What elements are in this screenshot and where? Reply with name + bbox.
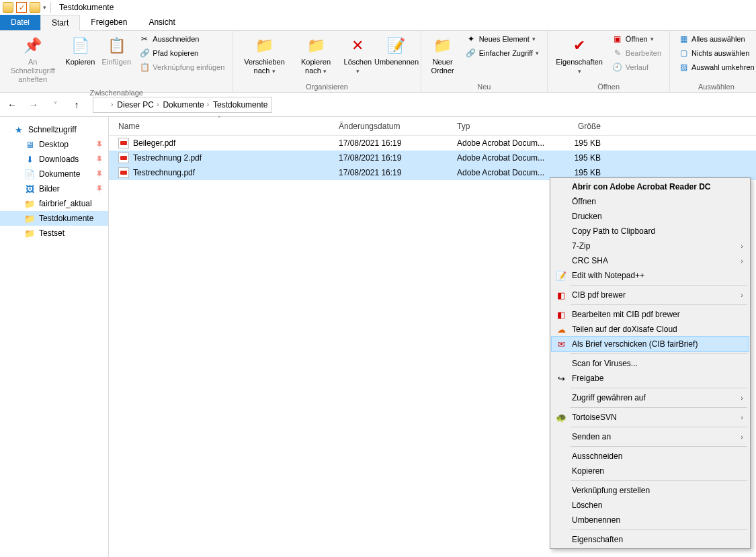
ctx-share[interactable]: ↪Freigabe bbox=[552, 371, 749, 386]
pin-to-quick-access-button[interactable]: 📌 An Schnellzugriff anheften bbox=[5, 32, 60, 87]
ctx-grant-access[interactable]: Zugriff gewähren auf› bbox=[552, 390, 749, 405]
forward-button[interactable]: → bbox=[26, 97, 42, 113]
edit-button[interactable]: ✎Bearbeiten bbox=[610, 46, 664, 60]
navigation-tree: ★Schnellzugriff 🖥Desktop ⬇Downloads 📄Dok… bbox=[0, 117, 109, 557]
history-button[interactable]: 🕘Verlauf bbox=[610, 60, 664, 74]
tree-testdokumente[interactable]: 📁Testdokumente bbox=[0, 211, 108, 226]
ctx-open[interactable]: Öffnen bbox=[552, 194, 749, 209]
ctx-open-default[interactable]: Abrir con Adobe Acrobat Reader DC bbox=[552, 179, 749, 194]
qat-dropdown-icon[interactable]: ▾ bbox=[43, 4, 46, 11]
tree-quick-access[interactable]: ★Schnellzugriff bbox=[0, 122, 108, 137]
pdf-icon bbox=[118, 153, 129, 163]
tree-pictures[interactable]: 🖼Bilder bbox=[0, 181, 108, 196]
pictures-icon: 🖼 bbox=[24, 183, 35, 194]
address-bar[interactable]: › Dieser PC› Dokumente› Testdokumente bbox=[93, 97, 272, 113]
ctx-fairbrief[interactable]: ✉Als Brief verschicken (CIB fairBrief) bbox=[552, 337, 749, 351]
ctx-copy[interactable]: Kopieren bbox=[552, 464, 749, 478]
ctx-7zip[interactable]: 7-Zip› bbox=[552, 239, 749, 253]
ctx-tortoise[interactable]: 🐢TortoiseSVN› bbox=[552, 410, 749, 425]
tab-view[interactable]: Ansicht bbox=[138, 15, 185, 30]
easy-access-button[interactable]: 🔗Einfacher Zugriff ▾ bbox=[463, 46, 542, 60]
separator bbox=[571, 480, 747, 481]
back-button[interactable]: ← bbox=[4, 97, 20, 113]
new-item-button[interactable]: ✦Neues Element ▾ bbox=[463, 32, 542, 46]
ctx-print[interactable]: Drucken bbox=[552, 209, 749, 224]
new-folder-button[interactable]: 📁Neuer Ordner bbox=[427, 32, 459, 78]
ctx-shortcut[interactable]: Verknüpfung erstellen bbox=[552, 483, 749, 498]
ribbon-group-select: ▦Alles auswählen ▢Nichts auswählen ▨Ausw… bbox=[670, 31, 756, 92]
col-type[interactable]: Typ bbox=[448, 122, 547, 131]
recent-dropdown[interactable]: ˅ bbox=[47, 97, 63, 113]
tortoise-icon: 🐢 bbox=[556, 412, 566, 423]
folder-icon bbox=[3, 2, 13, 13]
delete-button[interactable]: ✕Löschen ▾ bbox=[341, 32, 374, 78]
ctx-properties[interactable]: Eigenschaften bbox=[552, 532, 749, 547]
file-row[interactable]: Beileger.pdf 17/08/2021 16:19 Adobe Acro… bbox=[109, 136, 756, 151]
invert-selection-button[interactable]: ▨Auswahl umkehren bbox=[675, 60, 756, 74]
ctx-copy-path[interactable]: Copy Path to Clipboard bbox=[552, 224, 749, 239]
rename-icon: 📝 bbox=[386, 35, 407, 56]
crumb-testdokumente[interactable]: Testdokumente bbox=[213, 100, 267, 110]
crumb-root[interactable]: › bbox=[110, 101, 114, 108]
ctx-notepadpp[interactable]: 📝Edit with Notepad++ bbox=[552, 268, 749, 283]
documents-icon: 📄 bbox=[24, 169, 35, 179]
tree-downloads[interactable]: ⬇Downloads bbox=[0, 152, 108, 167]
easy-access-icon: 🔗 bbox=[466, 48, 476, 58]
ctx-cut[interactable]: Ausschneiden bbox=[552, 449, 749, 464]
copy-button[interactable]: 📄 Kopieren bbox=[64, 32, 96, 69]
ctx-send-to[interactable]: Senden an› bbox=[552, 429, 749, 444]
paste-shortcut-button[interactable]: 📋Verknüpfung einfügen bbox=[136, 60, 227, 74]
properties-button[interactable]: ✔Eigenschaften ▾ bbox=[553, 32, 605, 78]
copy-to-button[interactable]: 📁Kopieren nach ▾ bbox=[294, 32, 338, 78]
cib-icon: ◧ bbox=[556, 290, 566, 300]
title-bar: ✓ ▾ Testdokumente bbox=[0, 0, 756, 15]
crumb-documents[interactable]: Dokumente› bbox=[163, 100, 210, 110]
desktop-icon: 🖥 bbox=[24, 139, 35, 150]
file-row[interactable]: Testrechnung 2.pdf 17/08/2021 16:19 Adob… bbox=[109, 151, 756, 165]
tree-documents[interactable]: 📄Dokumente bbox=[0, 167, 108, 181]
ctx-rename[interactable]: Umbenennen bbox=[552, 513, 749, 527]
select-all-button[interactable]: ▦Alles auswählen bbox=[675, 32, 756, 46]
group-label: Öffnen bbox=[553, 81, 664, 92]
open-button[interactable]: ▣Öffnen ▾ bbox=[610, 32, 664, 46]
select-none-button[interactable]: ▢Nichts auswählen bbox=[675, 46, 756, 60]
col-name[interactable]: Name bbox=[109, 122, 329, 131]
paste-button[interactable]: 📋 Einfügen bbox=[100, 32, 132, 69]
ctx-cib-edit[interactable]: ◧Bearbeiten mit CIB pdf brewer bbox=[552, 307, 749, 322]
qat-checkbox-icon[interactable]: ✓ bbox=[16, 2, 27, 13]
copy-path-button[interactable]: 🔗Pfad kopieren bbox=[136, 46, 227, 60]
cib-icon: ◧ bbox=[556, 309, 566, 320]
ctx-crc[interactable]: CRC SHA› bbox=[552, 253, 749, 268]
context-menu: Abrir con Adobe Acrobat Reader DC Öffnen… bbox=[550, 177, 751, 549]
ctx-doxisafe[interactable]: ☁Teilen auf der doXisafe Cloud bbox=[552, 322, 749, 337]
star-icon: ★ bbox=[13, 124, 24, 135]
move-to-button[interactable]: 📁Verschieben nach ▾ bbox=[239, 32, 290, 78]
ctx-delete[interactable]: Löschen bbox=[552, 498, 749, 513]
tree-testset[interactable]: 📁Testset bbox=[0, 226, 108, 241]
tab-file[interactable]: Datei bbox=[0, 15, 40, 30]
rename-button[interactable]: 📝Umbenennen bbox=[378, 32, 415, 69]
chevron-right-icon: › bbox=[741, 433, 743, 441]
sort-indicator-icon: ˄ bbox=[109, 116, 329, 122]
select-none-icon: ▢ bbox=[678, 48, 689, 58]
folder-icon bbox=[30, 2, 40, 13]
col-size[interactable]: Größe bbox=[547, 122, 614, 131]
ctx-scan[interactable]: Scan for Viruses... bbox=[552, 356, 749, 371]
tree-desktop[interactable]: 🖥Desktop bbox=[0, 137, 108, 152]
path-icon: 🔗 bbox=[139, 48, 150, 58]
tab-start[interactable]: Start bbox=[40, 15, 80, 31]
open-icon: ▣ bbox=[612, 34, 623, 44]
separator bbox=[571, 446, 747, 447]
tab-share[interactable]: Freigeben bbox=[80, 15, 138, 30]
separator bbox=[50, 2, 51, 13]
col-date[interactable]: Änderungsdatum bbox=[329, 122, 448, 131]
up-button[interactable]: ↑ bbox=[69, 97, 85, 113]
paste-icon: 📋 bbox=[106, 35, 127, 56]
cut-button[interactable]: ✂Ausschneiden bbox=[136, 32, 227, 46]
tree-fairbrief[interactable]: 📁fairbrief_aktual bbox=[0, 196, 108, 211]
crumb-this-pc[interactable]: Dieser PC› bbox=[117, 100, 160, 110]
ctx-cib-brewer[interactable]: ◧CIB pdf brewer› bbox=[552, 288, 749, 302]
copy-icon: 📄 bbox=[69, 35, 91, 56]
mail-icon: ✉ bbox=[556, 339, 566, 349]
chevron-right-icon: › bbox=[741, 257, 743, 265]
